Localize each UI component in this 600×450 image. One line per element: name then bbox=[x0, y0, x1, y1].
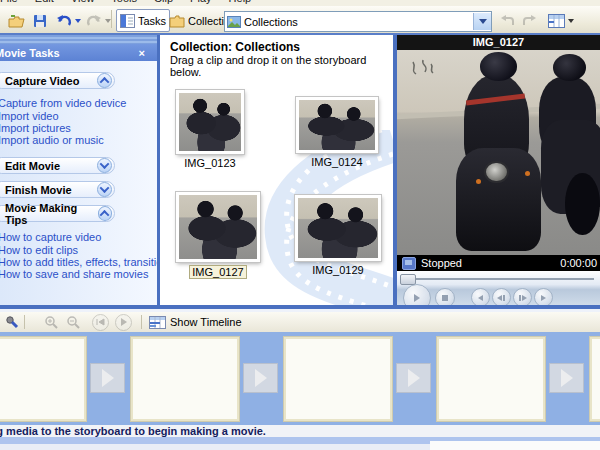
collection-combo-value: Collections bbox=[241, 16, 473, 28]
menu-file[interactable]: File bbox=[0, 0, 18, 4]
show-timeline-button[interactable]: Show Timeline bbox=[149, 314, 242, 330]
transition-arrow-icon bbox=[408, 369, 420, 387]
link-how-save[interactable]: How to save and share movies bbox=[0, 268, 148, 280]
redo-arrow-icon bbox=[86, 13, 102, 29]
previous-frame-button[interactable] bbox=[492, 288, 511, 305]
section-edit-movie[interactable]: Edit Movie bbox=[0, 157, 115, 174]
clip-thumbnail-img0123[interactable]: IMG_0123 bbox=[174, 90, 246, 169]
set-audio-levels-button[interactable] bbox=[5, 314, 19, 330]
undo-dropdown-caret[interactable] bbox=[75, 19, 81, 23]
menu-view[interactable]: View bbox=[71, 0, 95, 4]
section-finish-movie[interactable]: Finish Movie bbox=[0, 181, 115, 198]
section-tips-label: Movie Making Tips bbox=[5, 202, 98, 226]
forward-arrow-icon bbox=[522, 14, 537, 28]
storyboard-clip-slot[interactable] bbox=[0, 337, 86, 421]
clip-photo bbox=[179, 195, 257, 259]
preview-video-frame bbox=[397, 50, 600, 255]
menu-edit[interactable]: Edit bbox=[35, 0, 54, 4]
collection-subtitle: Drag a clip and drop it on the storyboar… bbox=[170, 54, 393, 78]
clip-photo bbox=[179, 93, 241, 151]
clip-label: IMG_0124 bbox=[309, 156, 364, 168]
collections-folder-icon bbox=[169, 14, 185, 28]
storyboard-clip-slot[interactable] bbox=[284, 337, 392, 421]
link-how-titles[interactable]: How to add titles, effects, transitions bbox=[0, 256, 157, 268]
zoom-out-button[interactable] bbox=[66, 314, 80, 330]
clip-label: IMG_0129 bbox=[310, 264, 365, 276]
storyboard-clip-slot[interactable] bbox=[437, 337, 545, 421]
back-arrow-icon bbox=[500, 14, 515, 28]
section-capture-video[interactable]: Capture Video bbox=[0, 72, 115, 89]
playback-controls-bar bbox=[397, 271, 600, 305]
playback-status: Stopped bbox=[421, 257, 462, 269]
taskpane-title: Movie Tasks bbox=[0, 47, 60, 59]
undo-button[interactable] bbox=[52, 9, 85, 32]
play-storyboard-button[interactable] bbox=[115, 314, 132, 330]
show-timeline-label: Show Timeline bbox=[170, 316, 242, 328]
expand-chevron-icon[interactable] bbox=[97, 182, 112, 197]
back-button[interactable] bbox=[471, 288, 490, 305]
views-dropdown-caret[interactable] bbox=[568, 19, 574, 23]
collapse-chevron-icon[interactable] bbox=[97, 73, 112, 88]
seek-track[interactable] bbox=[401, 278, 594, 280]
clip-label-selected: IMG_0127 bbox=[189, 265, 246, 279]
undo-arrow-icon bbox=[56, 13, 72, 29]
link-import-pictures[interactable]: Import pictures bbox=[0, 122, 71, 134]
audio-levels-icon bbox=[5, 315, 19, 329]
storyboard-clip-slot[interactable] bbox=[590, 337, 600, 421]
storyboard-transition-slot[interactable] bbox=[396, 363, 431, 393]
clip-photo bbox=[299, 100, 375, 150]
link-import-audio[interactable]: Import audio or music bbox=[0, 134, 104, 146]
taskpane-close-button[interactable]: × bbox=[139, 47, 145, 59]
clip-thumbnail-img0124[interactable]: IMG_0124 bbox=[293, 97, 381, 168]
combo-dropdown-button[interactable] bbox=[473, 13, 491, 30]
play-button[interactable] bbox=[403, 284, 431, 305]
storyboard-strip bbox=[0, 332, 600, 425]
playback-time: 0:00:00 bbox=[560, 257, 597, 269]
taskpane-grip[interactable] bbox=[0, 35, 157, 44]
main-toolbar: Tasks Collections Collections bbox=[0, 6, 600, 33]
preview-monitor-pane: IMG_0127 Stopped 0:00:00 bbox=[397, 35, 600, 305]
menu-play[interactable]: Play bbox=[190, 0, 211, 4]
clip-label: IMG_0123 bbox=[182, 157, 237, 169]
collection-contents-pane: Collection: Collections Drag a clip and … bbox=[160, 35, 393, 305]
open-project-button[interactable] bbox=[4, 9, 29, 32]
tasks-panel-icon bbox=[120, 14, 135, 28]
link-capture-from-device[interactable]: Capture from video device bbox=[0, 97, 126, 109]
rewind-storyboard-button[interactable] bbox=[92, 314, 109, 330]
forward-collection-button[interactable] bbox=[518, 9, 541, 32]
menu-tools[interactable]: Tools bbox=[111, 0, 137, 4]
storyboard-transition-slot[interactable] bbox=[90, 363, 125, 393]
forward-button[interactable] bbox=[534, 288, 553, 305]
back-collection-button[interactable] bbox=[496, 9, 519, 32]
timeline-icon bbox=[149, 316, 166, 329]
storyboard-clip-slot[interactable] bbox=[131, 337, 239, 421]
transition-arrow-icon bbox=[255, 369, 267, 387]
menu-clip[interactable]: Clip bbox=[154, 0, 173, 4]
save-floppy-icon bbox=[32, 13, 48, 29]
preview-status-bar: Stopped 0:00:00 bbox=[397, 255, 600, 271]
zoom-in-button[interactable] bbox=[44, 314, 58, 330]
link-how-capture[interactable]: How to capture video bbox=[0, 231, 101, 243]
clip-type-icon bbox=[402, 257, 416, 270]
rewind-icon bbox=[92, 314, 109, 331]
clip-thumbnail-img0127[interactable]: IMG_0127 bbox=[174, 192, 262, 279]
next-frame-button[interactable] bbox=[513, 288, 532, 305]
tasks-toggle-button[interactable]: Tasks bbox=[116, 9, 170, 32]
movie-tasks-pane: Movie Tasks × Capture Video Capture from… bbox=[0, 35, 157, 305]
expand-chevron-icon[interactable] bbox=[97, 158, 112, 173]
views-button[interactable] bbox=[544, 9, 578, 32]
section-movie-making-tips[interactable]: Movie Making Tips bbox=[0, 205, 115, 222]
save-project-button[interactable] bbox=[28, 9, 52, 32]
clip-thumbnail-img0129[interactable]: IMG_0129 bbox=[293, 195, 383, 276]
stop-button[interactable] bbox=[435, 288, 455, 305]
collapse-chevron-icon[interactable] bbox=[98, 206, 112, 221]
transition-arrow-icon bbox=[561, 369, 573, 387]
storyboard-transition-slot[interactable] bbox=[243, 363, 278, 393]
menu-help[interactable]: Help bbox=[229, 0, 252, 4]
link-how-edit[interactable]: How to edit clips bbox=[0, 244, 78, 256]
link-import-video[interactable]: Import video bbox=[0, 110, 59, 122]
collection-combobox[interactable]: Collections bbox=[224, 11, 492, 32]
storyboard-transition-slot[interactable] bbox=[549, 363, 584, 393]
storyboard-hint-row: Drag media to the storyboard to begin ma… bbox=[0, 425, 600, 437]
storyboard-hint-text: Drag media to the storyboard to begin ma… bbox=[0, 425, 266, 437]
